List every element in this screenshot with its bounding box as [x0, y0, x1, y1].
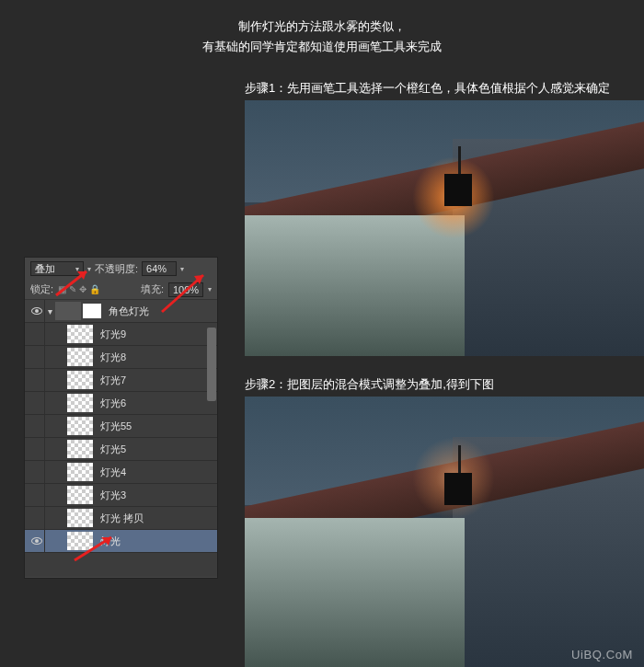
scrollbar-thumb[interactable]: [207, 328, 216, 401]
panel-top-row: 叠加 ▾ ▾ 不透明度: 64% ▾: [25, 258, 217, 280]
layer-name-label: 灯光: [100, 535, 121, 548]
chevron-down-icon[interactable]: ▾: [208, 285, 212, 293]
layer-thumb-icon: [67, 486, 93, 504]
opacity-input[interactable]: 64%: [142, 261, 177, 276]
visibility-toggle[interactable]: [29, 415, 45, 437]
layer-name-label: 灯光4: [100, 466, 126, 479]
layers-list: ▾ 角色灯光 灯光9灯光8灯光7灯光6灯光55灯光5灯光4灯光3灯光 拷贝灯光: [25, 300, 217, 577]
layer-row[interactable]: 灯光 拷贝: [25, 507, 217, 530]
eye-icon: [31, 537, 42, 545]
layer-thumb-icon: [67, 463, 93, 481]
layer-name-label: 灯光 拷贝: [100, 512, 144, 525]
visibility-toggle[interactable]: [29, 300, 45, 322]
layer-thumb-icon: [67, 532, 93, 550]
layer-name-label: 灯光8: [100, 351, 126, 364]
visibility-toggle[interactable]: [29, 323, 45, 345]
header-text: 制作灯光的方法跟水雾的类似， 有基础的同学肯定都知道使用画笔工具来完成: [0, 0, 644, 57]
panel-lock-row: 锁定: ▦ ✎ ✥ 🔒 填充: 100% ▾: [25, 280, 217, 300]
group-name: 角色灯光: [109, 305, 149, 318]
visibility-toggle[interactable]: [29, 461, 45, 483]
watermark: UiBQ.CoM: [571, 648, 633, 661]
layer-row[interactable]: 灯光6: [25, 392, 217, 415]
layer-name-label: 灯光3: [100, 489, 126, 502]
folder-thumb-icon: [55, 302, 81, 320]
layer-row[interactable]: 灯光3: [25, 484, 217, 507]
layer-row[interactable]: 灯光9: [25, 323, 217, 346]
opacity-label: 不透明度:: [95, 262, 138, 276]
layer-thumb-icon: [67, 348, 93, 366]
layer-name-label: 灯光5: [100, 443, 126, 456]
fill-value: 100%: [173, 284, 199, 295]
visibility-toggle[interactable]: [29, 392, 45, 414]
street-lamp-icon: [444, 146, 486, 220]
chevron-down-icon: ▾: [75, 265, 79, 273]
header-line2: 有基础的同学肯定都知道使用画笔工具来完成: [0, 37, 644, 57]
layer-group-row[interactable]: ▾ 角色灯光: [25, 300, 217, 323]
layer-name-label: 灯光55: [100, 420, 132, 433]
header-line1: 制作灯光的方法跟水雾的类似，: [0, 17, 644, 37]
result-image-2: [245, 397, 644, 667]
visibility-toggle[interactable]: [29, 507, 45, 529]
layer-name-label: 灯光9: [100, 328, 126, 341]
step1-label: 步骤1：先用画笔工具选择一个橙红色，具体色值根据个人感觉来确定: [245, 80, 610, 97]
visibility-toggle[interactable]: [29, 346, 45, 368]
visibility-toggle[interactable]: [29, 530, 45, 552]
layer-row[interactable]: 灯光8: [25, 346, 217, 369]
lock-all-icon[interactable]: 🔒: [89, 284, 100, 294]
layer-thumb-icon: [67, 417, 93, 435]
mask-thumb-icon: [83, 304, 101, 318]
visibility-toggle[interactable]: [29, 369, 45, 391]
eye-icon: [31, 307, 42, 315]
chevron-down-icon[interactable]: ▾: [87, 265, 91, 273]
layer-row[interactable]: 灯光4: [25, 461, 217, 484]
opacity-value: 64%: [146, 263, 167, 274]
blend-mode-dropdown[interactable]: 叠加 ▾: [30, 261, 84, 276]
step2-label: 步骤2：把图层的混合模式调整为叠加,得到下图: [245, 376, 494, 393]
fill-label: 填充:: [141, 282, 164, 296]
layer-name-label: 灯光7: [100, 374, 126, 387]
lock-label: 锁定:: [30, 282, 53, 296]
layer-row[interactable]: 灯光7: [25, 369, 217, 392]
lock-move-icon[interactable]: ✥: [79, 284, 86, 294]
layer-thumb-icon: [67, 440, 93, 458]
street-lamp-icon: [444, 445, 486, 519]
lock-transparent-icon[interactable]: ▦: [58, 284, 66, 294]
layer-name-label: 灯光6: [100, 397, 126, 410]
blend-mode-value: 叠加: [35, 262, 55, 276]
lock-brush-icon[interactable]: ✎: [69, 284, 76, 294]
layer-thumb-icon: [67, 371, 93, 389]
layer-row[interactable]: 灯光: [25, 530, 217, 553]
layer-row[interactable]: 灯光55: [25, 415, 217, 438]
layer-thumb-icon: [67, 394, 93, 412]
visibility-toggle[interactable]: [29, 438, 45, 460]
visibility-toggle[interactable]: [29, 484, 45, 506]
layer-thumb-icon: [67, 325, 93, 343]
layer-row[interactable]: 灯光5: [25, 438, 217, 461]
fill-input[interactable]: 100%: [168, 282, 203, 297]
layers-panel: 叠加 ▾ ▾ 不透明度: 64% ▾ 锁定: ▦ ✎ ✥ 🔒 填充: 100% …: [24, 257, 218, 579]
result-image-1: [245, 100, 644, 356]
layer-thumb-icon: [67, 509, 93, 527]
chevron-down-icon[interactable]: ▾: [180, 265, 184, 273]
twisty-open-icon[interactable]: ▾: [48, 306, 52, 316]
